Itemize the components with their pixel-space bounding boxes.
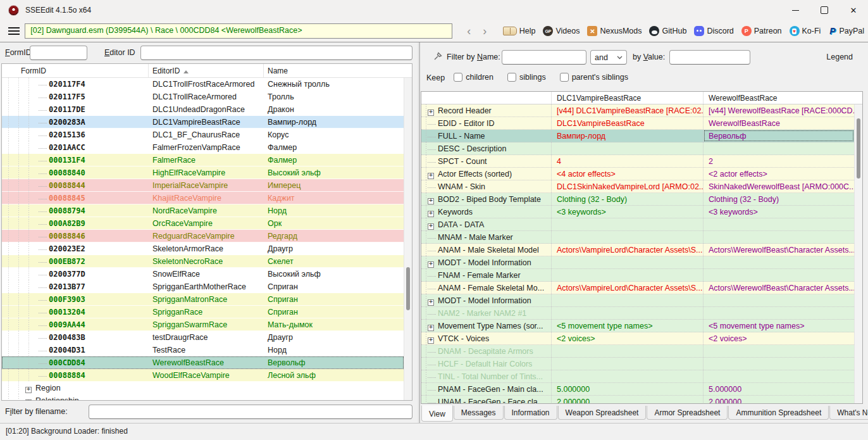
value-cell-werewolfbeastrace[interactable] <box>704 231 854 243</box>
value-cell-werewolfbeastrace[interactable]: <3 keywords> <box>704 206 854 218</box>
field-row[interactable]: Movement Type Names (sor...<5 movement t… <box>421 320 854 332</box>
keep-option-children[interactable]: children <box>454 73 493 82</box>
breadcrumb[interactable]: [02] Dawnguard.esm (D399544A) \ Race \ 0… <box>25 23 452 39</box>
value-cell-dlc1vampirebeastrace[interactable] <box>552 345 704 357</box>
tab-messages[interactable]: Messages <box>454 406 504 420</box>
expand-plus-icon[interactable] <box>25 387 32 393</box>
table-row[interactable]: 02015136DLC1_BF_ChaurusRaceКорус <box>2 129 404 141</box>
formid-filter-input[interactable] <box>30 46 87 60</box>
table-row[interactable]: 020023E2SkeletonArmorRaceДраугр <box>2 242 404 255</box>
field-row[interactable]: PNAM - FaceGen - Main cla...5.0000005.00… <box>421 383 854 396</box>
tree-node-row[interactable]: Relationship <box>2 394 404 400</box>
value-cell-dlc1vampirebeastrace[interactable]: Actors\VampireLord\Character Assets\S... <box>552 244 704 256</box>
field-row[interactable]: FULL - NameВампир-лордВервольф <box>421 130 854 142</box>
field-row[interactable]: Keywords<3 keywords><3 keywords> <box>421 206 854 218</box>
tab-view[interactable]: View <box>421 405 453 422</box>
editorid-filter-input[interactable] <box>140 46 412 60</box>
value-cell-werewolfbeastrace[interactable]: <2 voices> <box>704 332 854 344</box>
expand-plus-icon[interactable] <box>428 211 434 217</box>
field-row[interactable]: Actor Effects (sorted)<4 actor effects><… <box>421 168 854 180</box>
value-cell-dlc1vampirebeastrace[interactable] <box>552 370 704 382</box>
tab-ammunition-spreadsheet[interactable]: Ammunition Spreadsheet <box>728 406 829 420</box>
value-cell-dlc1vampirebeastrace[interactable]: 4 <box>552 155 704 167</box>
checkbox-siblings[interactable] <box>507 73 516 82</box>
value-cell-dlc1vampirebeastrace[interactable]: Вампир-лорд <box>552 130 704 142</box>
table-row[interactable]: 000131F4FalmerRaceФалмер <box>2 154 404 167</box>
videos-link[interactable]: Videos <box>539 26 583 36</box>
value-cell-dlc1vampirebeastrace[interactable]: <4 actor effects> <box>552 168 704 180</box>
field-row[interactable]: WNAM - SkinDLC1SkinNakedVampireLord [ARM… <box>421 180 854 193</box>
value-cell-werewolfbeastrace[interactable] <box>704 142 854 154</box>
value-cell-werewolfbeastrace[interactable]: 2 <box>704 155 854 167</box>
table-row[interactable]: 000CDD84WerewolfBeastRaceВервольф <box>2 356 404 369</box>
keep-option-siblings[interactable]: siblings <box>507 73 546 82</box>
value-cell-dlc1vampirebeastrace[interactable]: DLC1SkinNakedVampireLord [ARMO:02... <box>552 180 704 192</box>
value-cell-werewolfbeastrace[interactable]: <2 actor effects> <box>704 168 854 180</box>
value-cell-werewolfbeastrace[interactable]: <5 movement type names> <box>704 320 854 332</box>
value-cell-werewolfbeastrace[interactable]: SkinNakedWerewolfBeast [ARMO:000C... <box>704 180 854 192</box>
column-header-field[interactable] <box>421 92 552 104</box>
field-row[interactable]: FNAM - Female Marker <box>421 269 854 282</box>
tree-node-row[interactable]: Region <box>2 382 404 394</box>
help-link[interactable]: Help <box>499 27 540 35</box>
checkbox-children[interactable] <box>454 73 462 82</box>
table-row[interactable]: 00088844ImperialRaceVampireИмперец <box>2 179 404 192</box>
value-cell-werewolfbeastrace[interactable]: Clothing (32 - Body) <box>704 193 854 205</box>
right-scrollbar-thumb[interactable] <box>857 118 860 179</box>
filename-filter-input[interactable] <box>89 405 412 419</box>
back-button[interactable]: ‹ <box>461 23 477 39</box>
discord-link[interactable]: Discord <box>690 26 737 36</box>
forward-button[interactable]: › <box>477 23 493 39</box>
field-row[interactable]: EDID - Editor IDDLC1VampireBeastRaceWere… <box>421 117 854 130</box>
expand-plus-icon[interactable] <box>25 399 32 401</box>
column-header-formid[interactable]: FormID <box>2 64 149 77</box>
field-row[interactable]: HCLF - Default Hair Colors <box>421 358 854 370</box>
legend-link[interactable]: Legend <box>826 53 853 61</box>
value-cell-werewolfbeastrace[interactable]: Actors\WerewolfBeast\Character Assets... <box>704 244 854 256</box>
value-cell-werewolfbeastrace[interactable] <box>704 370 854 382</box>
field-row[interactable]: NAM2 - Marker NAM2 #1 <box>421 307 854 320</box>
expand-plus-icon[interactable] <box>428 299 434 306</box>
table-row[interactable]: 000A82B9OrcRaceVampireОрк <box>2 217 404 230</box>
column-header-dlc1vampirebeastrace[interactable]: DLC1VampireBeastRace <box>552 92 704 104</box>
table-row[interactable]: 0201AACCFalmerFrozenVampRaceФалмер <box>2 141 404 154</box>
maximize-button[interactable] <box>810 0 839 20</box>
expand-plus-icon[interactable] <box>428 337 434 344</box>
left-scrollbar[interactable] <box>404 78 412 400</box>
pin-icon[interactable] <box>433 52 442 61</box>
expand-plus-icon[interactable] <box>428 198 434 204</box>
expand-plus-icon[interactable] <box>428 325 434 331</box>
left-scrollbar-thumb[interactable] <box>406 267 410 310</box>
value-cell-werewolfbeastrace[interactable] <box>704 307 854 319</box>
table-row[interactable]: 02013B77SprigganEarthMotherRaceСприган <box>2 280 404 293</box>
table-row[interactable]: 020117F4DLC1TrollFrostRaceArmoredСнежный… <box>2 78 404 91</box>
field-row[interactable]: ANAM - Female Skeletal Mo...Actors\Vampi… <box>421 282 854 294</box>
paypal-link[interactable]: PayPal <box>824 26 868 36</box>
table-row[interactable]: 00013204SprigganRaceСприган <box>2 306 404 318</box>
value-cell-dlc1vampirebeastrace[interactable]: <5 movement type names> <box>552 320 704 332</box>
field-row[interactable]: VTCK - Voices<2 voices><2 voices> <box>421 332 854 345</box>
value-cell-dlc1vampirebeastrace[interactable] <box>552 231 704 243</box>
column-header-werewolfbeastrace[interactable]: WerewolfBeastRace <box>704 92 862 104</box>
field-row[interactable]: SPCT - Count42 <box>421 155 854 168</box>
value-cell-dlc1vampirebeastrace[interactable]: [v44] DLC1VampireBeastRace [RACE:02... <box>552 104 704 116</box>
value-cell-dlc1vampirebeastrace[interactable] <box>552 307 704 319</box>
menu-hamburger-icon[interactable] <box>8 25 20 37</box>
value-cell-dlc1vampirebeastrace[interactable]: 2.000000 <box>552 396 704 403</box>
value-cell-werewolfbeastrace[interactable] <box>704 358 854 370</box>
kofi-link[interactable]: Ko-Fi <box>786 26 825 36</box>
patreon-link[interactable]: Patreon <box>738 26 786 36</box>
value-cell-dlc1vampirebeastrace[interactable]: DLC1VampireBeastRace <box>552 117 704 129</box>
table-row[interactable]: 0009AA44SprigganSwarmRaceМать-дымок <box>2 318 404 331</box>
table-row[interactable]: 0200283ADLC1VampireBeastRaceВампир-лорд <box>2 116 404 129</box>
value-cell-werewolfbeastrace[interactable]: WerewolfBeastRace <box>704 117 854 129</box>
value-cell-werewolfbeastrace[interactable] <box>704 269 854 281</box>
value-cell-dlc1vampirebeastrace[interactable]: <2 voices> <box>552 332 704 344</box>
value-cell-dlc1vampirebeastrace[interactable] <box>552 218 704 230</box>
value-cell-werewolfbeastrace[interactable] <box>704 256 854 268</box>
field-row[interactable]: DNAM - Decapitate Armors <box>421 345 854 358</box>
expand-plus-icon[interactable] <box>428 261 434 268</box>
field-row[interactable]: MODT - Model Information <box>421 256 854 269</box>
tab-armor-spreadsheet[interactable]: Armor Spreadsheet <box>647 406 728 420</box>
value-cell-dlc1vampirebeastrace[interactable] <box>552 269 704 281</box>
